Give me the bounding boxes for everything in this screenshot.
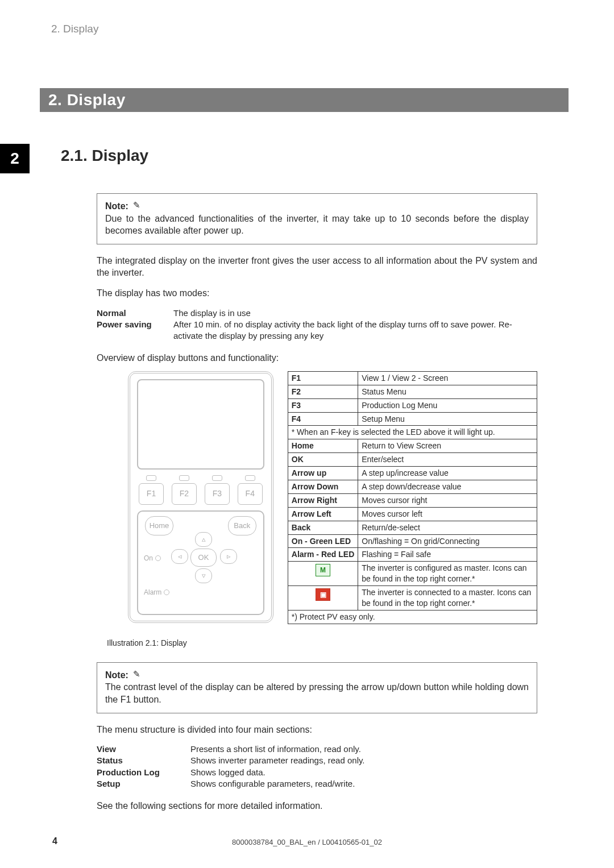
section-title: 2.1. Display: [61, 147, 148, 165]
chapter-bar: 2. Display: [40, 88, 569, 112]
function-table: F1View 1 / View 2 - Screen F2Status Menu…: [288, 371, 537, 624]
diagram-arrow-right: ▹: [220, 549, 237, 564]
diagram-f4: F4: [236, 475, 264, 505]
note-prefix: Note:: [105, 200, 128, 213]
modes-list: Normal The display is in use Power savin…: [97, 308, 537, 342]
menu-sections-table: ViewPresents a short list of information…: [97, 744, 537, 790]
mode-desc-power-saving: After 10 min. of no display activity the…: [173, 319, 537, 342]
diagram-f3: F3: [203, 475, 231, 505]
note2-text: The contrast level of the display can be…: [105, 681, 529, 705]
paragraph-2: The display has two modes:: [97, 287, 537, 300]
diagram-f1: F1: [137, 475, 165, 505]
diagram-on-led: On: [144, 554, 161, 563]
note2-prefix: Note:: [105, 669, 128, 682]
closing-paragraph: See the following sections for more deta…: [97, 800, 537, 812]
footer-doc-id: 8000038784_00_BAL_en / L00410565-01_02: [0, 838, 614, 846]
mode-label-normal: Normal: [97, 308, 173, 319]
page-header-breadcrumb: 2. Display: [51, 23, 98, 35]
overview-text: Overview of display buttons and function…: [97, 352, 537, 364]
menu-intro: The menu structure is divided into four …: [97, 724, 537, 736]
mode-desc-normal: The display is in use: [173, 308, 537, 319]
pencil-icon: ✎: [133, 668, 140, 680]
note-box-2: Note: ✎ The contrast level of the displa…: [97, 662, 537, 713]
diagram-screen: [137, 379, 264, 470]
diagram-arrow-up: ▵: [195, 532, 212, 547]
display-diagram: F1 F2 F3 F4 Home Back ▵ ▿ ◃ ▹ OK On: [128, 371, 273, 623]
connected-icon: ▣: [316, 588, 330, 601]
diagram-back-button: Back: [228, 516, 256, 535]
diagram-alarm-led: Alarm: [144, 588, 169, 597]
mode-label-power-saving: Power saving: [97, 319, 173, 342]
chapter-bar-title: 2. Display: [48, 91, 126, 109]
note-box-1: Note: ✎ Due to the advanced functionalit…: [97, 193, 537, 244]
illustration-caption: Illustration 2.1: Display: [107, 638, 537, 649]
master-icon: M: [316, 564, 330, 576]
diagram-f2: F2: [170, 475, 198, 505]
note1-text: Due to the advanced functionalities of t…: [105, 213, 529, 237]
section-number-box: 2: [0, 144, 30, 173]
diagram-home-button: Home: [145, 516, 173, 535]
diagram-arrow-down: ▿: [195, 568, 212, 583]
diagram-arrow-left: ◃: [171, 549, 188, 564]
diagram-ok-button: OK: [190, 549, 217, 567]
paragraph-1: The integrated display on the inverter f…: [97, 255, 537, 279]
pencil-icon: ✎: [133, 200, 140, 211]
